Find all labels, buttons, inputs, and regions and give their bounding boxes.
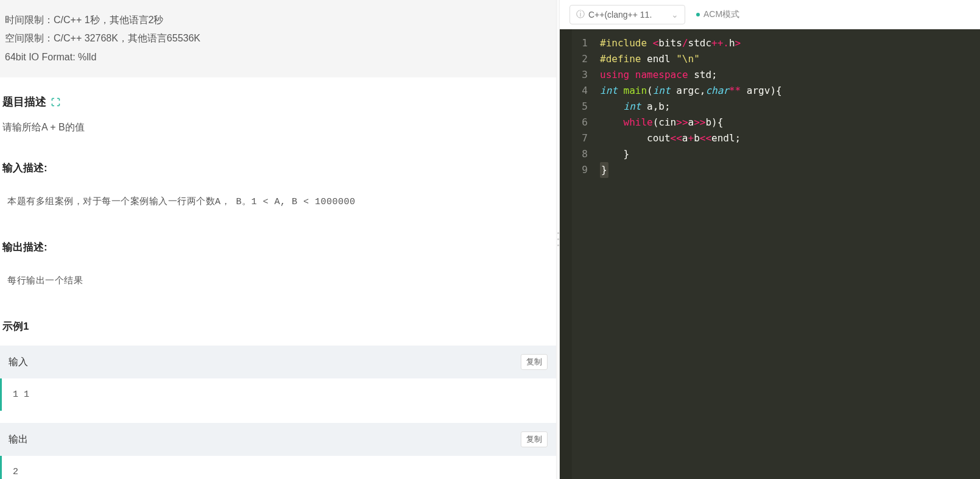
io-format-text: 64bit IO Format: %lld — [5, 48, 551, 66]
code-line[interactable]: } — [600, 162, 974, 178]
breakpoint-gutter[interactable] — [560, 29, 572, 479]
code-line[interactable]: #define endl "\n" — [600, 51, 974, 67]
divider-handle-icon — [557, 230, 560, 248]
code-line[interactable]: while(cin>>a>>b){ — [600, 115, 974, 130]
space-limit-text: 空间限制：C/C++ 32768K，其他语言65536K — [5, 29, 551, 48]
status-dot-icon — [696, 13, 700, 16]
input-heading: 输入描述: — [0, 161, 556, 175]
example-output-block: 输出 复制 2 — [0, 423, 556, 479]
output-description: 每行输出一个结果 — [0, 263, 556, 299]
language-select[interactable]: ⓘ C++(clang++ 11. ⌄ — [569, 5, 685, 24]
output-heading: 输出描述: — [0, 240, 556, 254]
line-number: 2 — [576, 51, 588, 67]
line-number: 7 — [576, 130, 588, 146]
example-input-label: 输入 — [9, 356, 28, 369]
example-input-content: 1 1 — [0, 378, 556, 411]
constraints-box: 时间限制：C/C++ 1秒，其他语言2秒 空间限制：C/C++ 32768K，其… — [0, 0, 556, 77]
line-number: 6 — [576, 115, 588, 130]
expand-icon[interactable]: ⛶ — [51, 97, 60, 107]
problem-heading: 题目描述 ⛶ — [0, 94, 556, 109]
code-line[interactable]: #include <bits/stdc++.h> — [600, 35, 974, 51]
example-output-label: 输出 — [9, 433, 28, 446]
language-label: C++(clang++ 11. — [588, 10, 652, 20]
line-number: 5 — [576, 99, 588, 115]
line-number: 4 — [576, 83, 588, 99]
code-line[interactable]: cout<<a+b<<endl; — [600, 130, 974, 146]
chevron-down-icon: ⌄ — [671, 10, 679, 20]
problem-statement: 请输所给A + B的值 — [0, 109, 556, 140]
example-output-header: 输出 复制 — [0, 423, 556, 456]
mode-indicator: ACM模式 — [696, 9, 739, 20]
copy-output-button[interactable]: 复制 — [521, 431, 548, 447]
line-number-gutter: 123456789 — [572, 29, 594, 479]
code-content[interactable]: #include <bits/stdc++.h>#define endl "\n… — [594, 29, 980, 479]
mode-label-text: ACM模式 — [703, 9, 739, 20]
example-input-header: 输入 复制 — [0, 346, 556, 378]
time-limit-text: 时间限制：C/C++ 1秒，其他语言2秒 — [5, 11, 551, 29]
copy-input-button[interactable]: 复制 — [521, 354, 548, 370]
editor-panel: ⓘ C++(clang++ 11. ⌄ ACM模式 123456789 #inc… — [560, 0, 980, 479]
line-number: 8 — [576, 146, 588, 162]
problem-heading-label: 题目描述 — [2, 94, 46, 109]
code-line[interactable]: int main(int argc,char** argv){ — [600, 83, 974, 99]
input-description: 本题有多组案例，对于每一个案例输入一行两个数A， B。1 < A, B < 10… — [0, 183, 556, 219]
example-input-block: 输入 复制 1 1 — [0, 346, 556, 411]
line-number: 1 — [576, 35, 588, 51]
panel-divider[interactable] — [556, 0, 560, 479]
line-number: 3 — [576, 67, 588, 83]
editor-toolbar: ⓘ C++(clang++ 11. ⌄ ACM模式 — [560, 0, 980, 29]
code-line[interactable]: } — [600, 146, 974, 162]
code-line[interactable]: using namespace std; — [600, 67, 974, 83]
line-number: 9 — [576, 162, 588, 178]
example-output-content: 2 — [0, 456, 556, 479]
code-line[interactable]: int a,b; — [600, 99, 974, 115]
problem-panel: 时间限制：C/C++ 1秒，其他语言2秒 空间限制：C/C++ 32768K，其… — [0, 0, 556, 479]
info-icon: ⓘ — [576, 9, 585, 20]
code-editor[interactable]: 123456789 #include <bits/stdc++.h>#defin… — [560, 29, 980, 479]
example-heading: 示例1 — [0, 319, 556, 333]
